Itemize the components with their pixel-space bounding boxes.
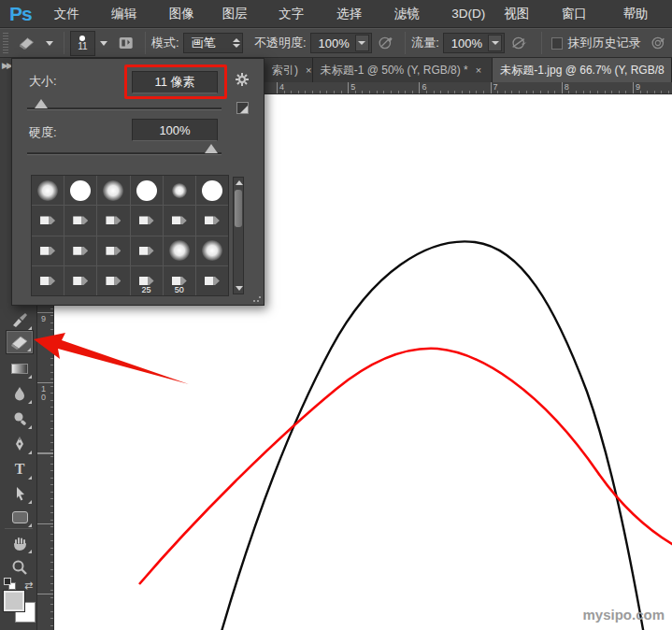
red-curve xyxy=(139,349,672,584)
gear-icon[interactable] xyxy=(235,72,250,88)
menu-select[interactable]: 选择(S) xyxy=(327,0,385,28)
brush-preset[interactable] xyxy=(32,206,64,235)
dodge-tool[interactable] xyxy=(7,408,33,430)
gradient-tool[interactable] xyxy=(7,357,33,379)
brush-size-number: 11 xyxy=(78,42,87,51)
brush-preset[interactable] xyxy=(164,206,195,235)
brush-preset[interactable] xyxy=(32,266,64,295)
menu-file[interactable]: 文件(F) xyxy=(45,0,102,28)
tab-close-icon[interactable]: × xyxy=(306,64,311,76)
menu-edit[interactable]: 编辑(E) xyxy=(102,0,160,28)
brush-preset[interactable] xyxy=(64,236,96,265)
brush-preset[interactable] xyxy=(196,236,228,265)
tool-flyout-corner xyxy=(28,476,32,480)
swap-colors-icon[interactable]: ⇄ xyxy=(24,580,33,592)
blur-tool[interactable] xyxy=(7,382,33,405)
brush-preset[interactable] xyxy=(64,266,96,295)
brush-preset[interactable] xyxy=(97,236,129,265)
brush-preset[interactable] xyxy=(131,236,163,265)
menu-3d[interactable]: 3D(D) xyxy=(442,0,494,28)
document-tab-label: 索引) xyxy=(272,63,298,79)
collapse-panel-icon[interactable]: ▶▶ xyxy=(2,61,11,70)
scroll-up-icon[interactable] xyxy=(236,180,243,185)
history-brush-tool[interactable] xyxy=(7,308,33,331)
shape-tool[interactable] xyxy=(7,506,33,528)
brush-preset[interactable]: 25 xyxy=(131,266,163,295)
new-preset-icon[interactable] xyxy=(236,102,249,114)
scroll-down-icon[interactable] xyxy=(236,286,243,291)
horizontal-ruler[interactable]: 456789 xyxy=(265,82,672,94)
hand-tool[interactable] xyxy=(7,532,33,554)
hardness-field[interactable]: 100% xyxy=(132,119,218,141)
eraser-tool-icon[interactable] xyxy=(18,36,36,50)
document-tab[interactable]: 未标题-1.jpg @ 66.7% (Y, RGB/8 xyxy=(493,58,672,82)
erase-history-checkbox[interactable] xyxy=(551,37,563,50)
brush-preset[interactable] xyxy=(131,176,163,205)
pressure-size-icon[interactable] xyxy=(651,35,666,51)
brush-picker-caret[interactable] xyxy=(100,41,107,46)
tool-flyout-corner xyxy=(28,451,32,454)
mode-label: 模式: xyxy=(151,35,179,51)
size-slider-thumb[interactable] xyxy=(35,99,48,108)
menu-layer[interactable]: 图层(L) xyxy=(213,0,269,28)
popup-resize-grip[interactable] xyxy=(252,294,262,303)
brush-preset[interactable]: 50 xyxy=(164,266,195,295)
pen-tool[interactable] xyxy=(7,433,33,455)
size-slider[interactable] xyxy=(27,107,222,110)
brush-preset[interactable] xyxy=(164,176,195,205)
preset-scrollbar[interactable] xyxy=(233,177,244,294)
flow-dropdown-icon[interactable] xyxy=(488,35,502,51)
mode-spinner-icon xyxy=(233,38,240,48)
tab-close-icon[interactable]: × xyxy=(476,64,481,76)
preset-size-label: 50 xyxy=(164,286,195,294)
ruler-number: 6 xyxy=(422,82,426,92)
hardness-slider[interactable] xyxy=(27,152,222,155)
ruler-number: 9 xyxy=(636,82,640,92)
menu-image[interactable]: 图像(I) xyxy=(160,0,213,28)
zoom-tool[interactable] xyxy=(7,556,33,579)
brush-preset[interactable] xyxy=(164,236,195,265)
default-colors-icon[interactable] xyxy=(4,578,16,590)
airbrush-icon[interactable] xyxy=(510,35,530,51)
brush-preset-picker[interactable]: 11 xyxy=(70,31,94,56)
opacity-combo[interactable]: 100% xyxy=(310,33,372,53)
menu-filter[interactable]: 滤镜(T) xyxy=(385,0,442,28)
menu-window[interactable]: 窗口(W) xyxy=(552,0,613,28)
hardness-slider-thumb[interactable] xyxy=(205,144,218,153)
eraser-preset-caret[interactable] xyxy=(46,41,53,46)
foreground-color-swatch[interactable] xyxy=(4,591,24,611)
document-tab[interactable]: 未标题-1 @ 50% (Y, RGB/8) * × xyxy=(313,58,493,82)
brush-preset[interactable] xyxy=(32,236,64,265)
tool-flyout-corner xyxy=(28,400,32,404)
document-tab[interactable]: 索引) × xyxy=(265,58,313,82)
type-tool[interactable]: T xyxy=(7,458,33,480)
brush-preset[interactable] xyxy=(131,206,163,235)
brush-preset[interactable] xyxy=(196,176,228,205)
toggle-brush-panel-icon[interactable] xyxy=(118,35,134,51)
brush-preset[interactable] xyxy=(196,266,228,295)
opacity-value: 100% xyxy=(319,36,350,50)
ruler-number: 8 xyxy=(565,82,569,92)
mode-select[interactable]: 画笔 xyxy=(183,33,243,53)
path-select-tool[interactable] xyxy=(7,482,33,505)
options-bar-grip[interactable] xyxy=(3,33,8,53)
menu-view[interactable]: 视图(V) xyxy=(494,0,552,28)
brush-settings-popup: 大小: 11 像素 硬度: 100% 2550 xyxy=(11,58,265,306)
ruler-number: 10 xyxy=(41,385,49,402)
flow-combo[interactable]: 100% xyxy=(443,33,505,53)
brush-preset[interactable] xyxy=(196,206,228,235)
opacity-dropdown-icon[interactable] xyxy=(355,35,369,51)
brush-preset[interactable] xyxy=(64,206,96,235)
brush-preset[interactable] xyxy=(97,176,129,205)
type-tool-glyph: T xyxy=(15,461,25,478)
brush-preset[interactable] xyxy=(97,206,129,235)
brush-preset[interactable] xyxy=(64,176,96,205)
separator xyxy=(541,32,542,54)
menu-type[interactable]: 文字(Y) xyxy=(269,0,327,28)
brush-preset[interactable] xyxy=(32,176,64,205)
pressure-opacity-icon[interactable] xyxy=(378,35,393,51)
eraser-tool[interactable] xyxy=(7,331,33,353)
menu-help[interactable]: 帮助(H) xyxy=(613,0,672,28)
brush-preset[interactable] xyxy=(97,266,129,295)
scroll-thumb[interactable] xyxy=(235,190,242,227)
